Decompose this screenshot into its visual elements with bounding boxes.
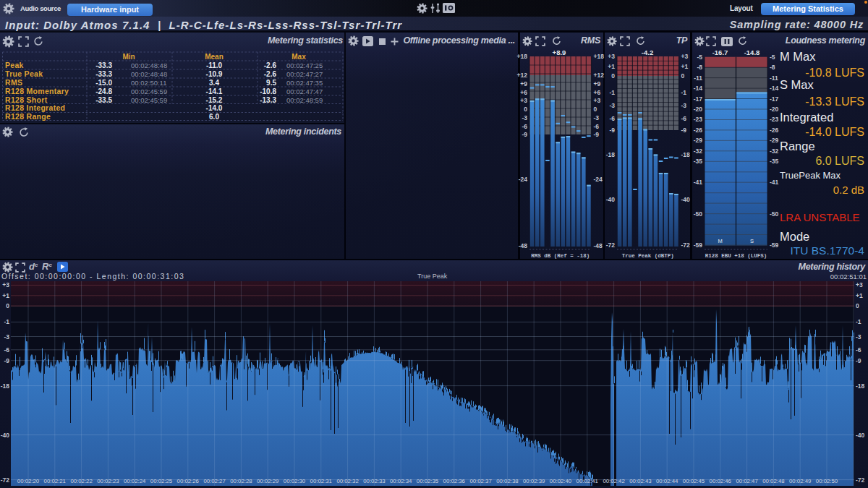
svg-text:00:02:39: 00:02:39	[523, 478, 545, 484]
svg-text:Mean: Mean	[205, 53, 224, 61]
svg-text:00:02:25: 00:02:25	[150, 478, 173, 484]
svg-text:00:02:50: 00:02:50	[816, 478, 838, 484]
svg-text:-6: -6	[522, 123, 527, 130]
svg-text:+3: +3	[2, 281, 9, 288]
svg-text:00:02:43: 00:02:43	[629, 478, 651, 484]
svg-text:-14: -14	[770, 85, 779, 92]
svg-text:6.0 LUFS: 6.0 LUFS	[815, 155, 864, 167]
svg-text:-24: -24	[519, 176, 528, 183]
svg-text:-3: -3	[594, 114, 600, 121]
svg-text:-18: -18	[856, 382, 865, 390]
svg-text:-33.3: -33.3	[95, 70, 112, 78]
svg-text:00:02:47:47: 00:02:47:47	[286, 87, 323, 95]
svg-text:-18: -18	[606, 151, 616, 158]
svg-text:+8.9: +8.9	[553, 48, 566, 56]
svg-text:-18: -18	[1, 382, 10, 390]
svg-text:-18: -18	[681, 151, 691, 158]
svg-text:-3: -3	[522, 114, 527, 121]
svg-text:-50: -50	[694, 210, 703, 218]
svg-text:-41: -41	[770, 179, 779, 186]
svg-text:Mode: Mode	[780, 230, 809, 243]
svg-text:00:02:24: 00:02:24	[124, 478, 146, 484]
svg-text:00:02:23: 00:02:23	[97, 478, 119, 484]
svg-text:0.2 dB: 0.2 dB	[833, 184, 864, 196]
svg-text:-6: -6	[594, 123, 600, 130]
svg-text:M Max: M Max	[780, 50, 816, 63]
svg-text:-5: -5	[697, 53, 702, 61]
svg-text:-72: -72	[856, 476, 865, 484]
svg-text:00:02:20: 00:02:20	[17, 478, 40, 484]
svg-text:-15.0: -15.0	[95, 79, 112, 87]
svg-text:00:02:48:48: 00:02:48:48	[131, 61, 167, 69]
svg-text:00:02:49: 00:02:49	[789, 478, 811, 484]
svg-text:0: 0	[856, 302, 859, 309]
svg-text:-9: -9	[609, 127, 615, 134]
svg-text:Range: Range	[780, 140, 815, 153]
svg-text:-32: -32	[694, 147, 703, 155]
svg-text:+3: +3	[520, 97, 527, 104]
svg-text:+18: +18	[594, 53, 605, 60]
svg-text:00:02:42: 00:02:42	[603, 478, 624, 484]
svg-text:True Peak: True Peak	[5, 69, 43, 78]
svg-text:00:02:26: 00:02:26	[177, 478, 199, 484]
svg-text:Peak: Peak	[5, 61, 24, 69]
svg-text:-11: -11	[694, 74, 702, 82]
svg-text:0: 0	[6, 302, 9, 309]
svg-text:R128 Range: R128 Range	[5, 112, 51, 121]
svg-text:-35: -35	[770, 158, 779, 165]
svg-text:-6: -6	[609, 115, 615, 122]
svg-text:-26: -26	[770, 127, 779, 134]
svg-text:00:02:33: 00:02:33	[363, 478, 385, 484]
svg-text:-8: -8	[770, 64, 775, 71]
svg-text:+3: +3	[856, 281, 863, 288]
svg-text:-1: -1	[856, 318, 861, 325]
svg-text:0: 0	[594, 106, 597, 113]
svg-text:+6: +6	[594, 89, 601, 96]
svg-text:-20: -20	[694, 106, 703, 113]
svg-text:RMS: RMS	[5, 78, 22, 87]
svg-text:00:02:47:25: 00:02:47:25	[286, 61, 323, 69]
svg-text:0: 0	[611, 72, 615, 80]
svg-text:00:02:22: 00:02:22	[70, 478, 92, 484]
svg-text:0: 0	[681, 72, 685, 80]
svg-text:S: S	[750, 238, 754, 244]
svg-text:+1: +1	[608, 63, 615, 70]
svg-text:-9: -9	[522, 131, 527, 138]
svg-text:-14.8: -14.8	[744, 48, 760, 56]
svg-text:M: M	[718, 238, 722, 244]
svg-text:-6: -6	[4, 346, 9, 354]
svg-text:-10.8: -10.8	[260, 87, 276, 95]
svg-text:00:02:21: 00:02:21	[44, 478, 66, 484]
svg-text:-23: -23	[694, 116, 703, 123]
svg-text:00:02:48:59: 00:02:48:59	[286, 96, 323, 104]
svg-text:-3: -3	[4, 333, 9, 341]
svg-text:-50: -50	[770, 210, 779, 218]
svg-text:R128 Short: R128 Short	[5, 95, 48, 104]
svg-text:00:02:32: 00:02:32	[336, 478, 358, 484]
svg-text:-40: -40	[856, 432, 865, 439]
svg-text:00:02:35: 00:02:35	[417, 478, 439, 484]
svg-text:00:02:45: 00:02:45	[683, 478, 705, 484]
svg-text:Integrated: Integrated	[780, 111, 833, 124]
svg-text:-14.1: -14.1	[206, 87, 223, 95]
svg-text:00:02:47: 00:02:47	[736, 478, 757, 484]
svg-text:-32: -32	[770, 147, 779, 155]
svg-text:00:02:27: 00:02:27	[203, 478, 225, 484]
svg-text:-1: -1	[609, 89, 615, 96]
svg-text:-40: -40	[606, 196, 616, 203]
svg-text:-17: -17	[694, 95, 703, 103]
svg-text:-23: -23	[770, 116, 779, 123]
svg-text:-33.3: -33.3	[95, 61, 112, 69]
svg-text:0: 0	[524, 106, 527, 113]
svg-text:-13.3 LUFS: -13.3 LUFS	[805, 95, 864, 108]
svg-text:-72: -72	[681, 241, 691, 249]
svg-text:00:02:47:35: 00:02:47:35	[286, 79, 323, 87]
svg-text:-13.3: -13.3	[260, 96, 276, 104]
svg-text:-3: -3	[609, 102, 615, 109]
svg-text:-35: -35	[694, 158, 703, 165]
svg-text:R128 EBU +18 (LUFS): R128 EBU +18 (LUFS)	[705, 253, 767, 259]
svg-text:00:02:41: 00:02:41	[576, 478, 598, 484]
svg-text:-1: -1	[4, 318, 9, 325]
svg-text:-3: -3	[681, 102, 687, 109]
svg-text:00:02:36: 00:02:36	[443, 478, 465, 484]
